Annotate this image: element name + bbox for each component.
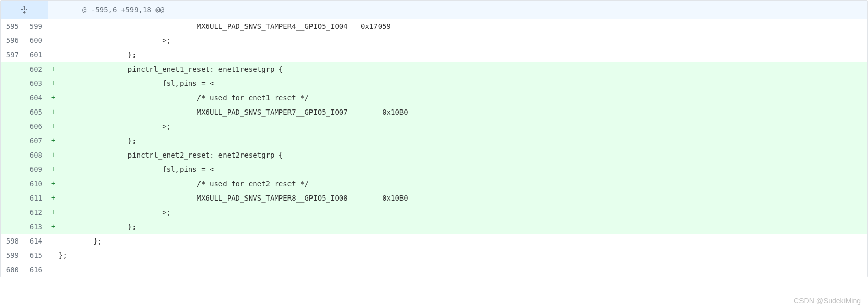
hunk-header-text: @ -595,6 +599,18 @@ — [71, 6, 164, 14]
new-line-number[interactable]: 599 — [24, 19, 48, 33]
diff-line: 597601 }; — [1, 48, 867, 62]
diff-line: 603+ fsl,pins = < — [1, 76, 867, 91]
diff-sign: + — [48, 105, 59, 119]
code-content: }; — [59, 48, 867, 62]
hunk-header-row: @ -595,6 +599,18 @@ — [1, 1, 867, 19]
diff-line: 599615}; — [1, 248, 867, 262]
diff-container: @ -595,6 +599,18 @@ 595599 MX6ULL_PAD_SN… — [0, 0, 868, 277]
diff-line: 605+ MX6ULL_PAD_SNVS_TAMPER7__GPIO5_IO07… — [1, 105, 867, 119]
old-line-number[interactable] — [1, 205, 24, 219]
diff-line: 611+ MX6ULL_PAD_SNVS_TAMPER8__GPIO5_IO08… — [1, 191, 867, 205]
diff-sign: + — [48, 91, 59, 105]
old-line-number[interactable]: 599 — [1, 248, 24, 262]
svg-rect-2 — [26, 9, 27, 10]
diff-sign — [48, 248, 59, 262]
new-line-number[interactable]: 616 — [24, 262, 48, 277]
diff-line: 604+ /* used for enet1 reset */ — [1, 91, 867, 105]
diff-sign — [48, 234, 59, 248]
old-line-number[interactable]: 600 — [1, 262, 24, 277]
old-line-number[interactable] — [1, 219, 24, 234]
diff-line: 596600 >; — [1, 33, 867, 48]
diff-line: 598614 }; — [1, 234, 867, 248]
new-line-number[interactable]: 607 — [24, 134, 48, 148]
diff-line: 607+ }; — [1, 134, 867, 148]
code-content: >; — [59, 33, 867, 48]
new-line-number[interactable]: 614 — [24, 234, 48, 248]
diff-sign — [48, 48, 59, 62]
old-line-number[interactable] — [1, 148, 24, 162]
code-content: }; — [59, 248, 867, 262]
code-content: }; — [59, 234, 867, 248]
diff-sign: + — [48, 205, 59, 219]
expand-hunk-button[interactable] — [1, 1, 48, 19]
old-line-number[interactable]: 596 — [1, 33, 24, 48]
old-line-number[interactable]: 598 — [1, 234, 24, 248]
diff-rows: 595599 MX6ULL_PAD_SNVS_TAMPER4__GPIO5_IO… — [1, 19, 867, 277]
new-line-number[interactable]: 606 — [24, 119, 48, 134]
new-line-number[interactable]: 602 — [24, 62, 48, 76]
svg-rect-0 — [21, 9, 23, 10]
code-content: pinctrl_enet1_reset: enet1resetgrp { — [59, 62, 867, 76]
diff-sign — [48, 19, 59, 33]
new-line-number[interactable]: 611 — [24, 191, 48, 205]
old-line-number[interactable] — [1, 105, 24, 119]
diff-line: 606+ >; — [1, 119, 867, 134]
new-line-number[interactable]: 603 — [24, 76, 48, 91]
code-content: MX6ULL_PAD_SNVS_TAMPER4__GPIO5_IO04 0x17… — [59, 19, 867, 33]
code-content: }; — [59, 219, 867, 234]
code-content: pinctrl_enet2_reset: enet2resetgrp { — [59, 148, 867, 162]
diff-sign: + — [48, 62, 59, 76]
new-line-number[interactable]: 613 — [24, 219, 48, 234]
code-content: >; — [59, 205, 867, 219]
new-line-number[interactable]: 608 — [24, 148, 48, 162]
code-content: /* used for enet1 reset */ — [59, 91, 867, 105]
diff-sign — [48, 262, 59, 277]
old-line-number[interactable] — [1, 191, 24, 205]
code-content: fsl,pins = < — [59, 76, 867, 91]
diff-sign: + — [48, 191, 59, 205]
diff-sign — [48, 33, 59, 48]
diff-line: 608+ pinctrl_enet2_reset: enet2resetgrp … — [1, 148, 867, 162]
svg-rect-1 — [24, 9, 25, 10]
code-content: >; — [59, 119, 867, 134]
new-line-number[interactable]: 600 — [24, 33, 48, 48]
diff-line: 595599 MX6ULL_PAD_SNVS_TAMPER4__GPIO5_IO… — [1, 19, 867, 33]
old-line-number[interactable]: 595 — [1, 19, 24, 33]
diff-line: 612+ >; — [1, 205, 867, 219]
diff-sign: + — [48, 119, 59, 134]
new-line-number[interactable]: 609 — [24, 162, 48, 177]
diff-sign: + — [48, 134, 59, 148]
diff-line: 610+ /* used for enet2 reset */ — [1, 177, 867, 191]
new-line-number[interactable]: 615 — [24, 248, 48, 262]
old-line-number[interactable] — [1, 76, 24, 91]
new-line-number[interactable]: 604 — [24, 91, 48, 105]
new-line-number[interactable]: 612 — [24, 205, 48, 219]
code-content: MX6ULL_PAD_SNVS_TAMPER8__GPIO5_IO08 0x10… — [59, 191, 867, 205]
old-line-number[interactable] — [1, 177, 24, 191]
old-line-number[interactable]: 597 — [1, 48, 24, 62]
diff-line: 602+ pinctrl_enet1_reset: enet1resetgrp … — [1, 62, 867, 76]
old-line-number[interactable] — [1, 119, 24, 134]
code-content: }; — [59, 134, 867, 148]
old-line-number[interactable] — [1, 91, 24, 105]
old-line-number[interactable] — [1, 134, 24, 148]
diff-sign: + — [48, 219, 59, 234]
code-content: fsl,pins = < — [59, 162, 867, 177]
unfold-icon — [20, 5, 28, 15]
diff-line: 609+ fsl,pins = < — [1, 162, 867, 177]
new-line-number[interactable]: 601 — [24, 48, 48, 62]
diff-sign: + — [48, 76, 59, 91]
diff-line: 613+ }; — [1, 219, 867, 234]
new-line-number[interactable]: 605 — [24, 105, 48, 119]
diff-line: 600616 — [1, 262, 867, 277]
diff-sign: + — [48, 177, 59, 191]
old-line-number[interactable] — [1, 162, 24, 177]
code-content — [59, 262, 867, 277]
code-content: /* used for enet2 reset */ — [59, 177, 867, 191]
code-content: MX6ULL_PAD_SNVS_TAMPER7__GPIO5_IO07 0x10… — [59, 105, 867, 119]
diff-sign: + — [48, 148, 59, 162]
old-line-number[interactable] — [1, 62, 24, 76]
diff-sign: + — [48, 162, 59, 177]
new-line-number[interactable]: 610 — [24, 177, 48, 191]
